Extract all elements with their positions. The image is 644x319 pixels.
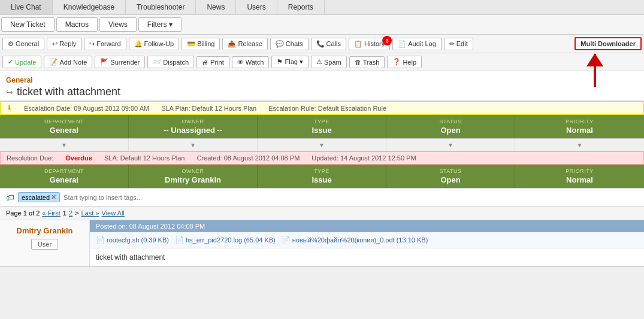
btn-billing[interactable]: 💳 Billing <box>182 38 220 50</box>
btn-calls[interactable]: 📞 Calls <box>311 38 346 50</box>
post-header: Posted on: 08 August 2012 04:08 PM <box>90 220 644 232</box>
page-viewall[interactable]: View All <box>102 209 125 217</box>
drop-dept[interactable]: ▼ <box>0 139 129 151</box>
grid2-priority: PRIORITY Normal <box>515 165 644 188</box>
page-2[interactable]: 2 <box>69 209 72 217</box>
resolution-updated: Updated: 14 August 2012 12:50 PM <box>312 154 416 162</box>
page-info: Page 1 of 2 <box>6 209 40 217</box>
btn-edit[interactable]: ✏ Edit <box>444 38 473 50</box>
btn-watch[interactable]: 👁 Watch <box>232 56 270 68</box>
tags-row: 🏷 escalated ✕ <box>0 189 644 206</box>
btn-release[interactable]: 📤 Release <box>222 38 267 50</box>
btn-chats[interactable]: 💬 Chats <box>270 38 309 50</box>
page-1[interactable]: 1 <box>63 209 66 217</box>
resolution-created: Created: 08 August 2012 04:08 PM <box>196 154 300 162</box>
escalation-date: Escalation Date: 09 August 2012 09:00 AM <box>24 105 149 112</box>
drop-status[interactable]: ▼ <box>386 139 515 151</box>
escalation-rule: Escalation Rule: Default Escalation Rule <box>268 105 386 112</box>
btn-flag[interactable]: ⚑ Flag ▾ <box>271 56 308 68</box>
btn-reply[interactable]: ↩ Reply <box>47 38 81 50</box>
followup-icon: 🔔 <box>134 40 143 48</box>
history-icon: 📋 <box>354 40 362 48</box>
btn-history[interactable]: 📋 History 3 <box>349 38 390 50</box>
dropdown-row: ▼ ▼ ▼ ▼ ▼ <box>0 139 644 151</box>
btn-filters[interactable]: Filters ▾ <box>138 17 182 32</box>
attachment-3[interactable]: 📄 новый%20файл%20(копия)_0.odt (13.10 KB… <box>282 236 428 244</box>
spam-icon: ⚠ <box>316 58 322 66</box>
grid1-owner: OWNER -- Unassigned -- <box>129 115 258 138</box>
page-last[interactable]: Last » <box>81 209 99 217</box>
post-content: Posted on: 08 August 2012 04:08 PM 📄 rou… <box>90 220 644 266</box>
page-first[interactable]: « First <box>42 209 61 217</box>
btn-trash[interactable]: 🗑 Trash <box>349 56 385 68</box>
nav-news[interactable]: News <box>196 0 236 14</box>
btn-multi-downloader[interactable]: Multi Downloader <box>575 37 642 50</box>
attachment-icon-1: 📄 <box>96 236 105 244</box>
top-nav: Live Chat Knowledgebase Troubleshooter N… <box>0 0 644 15</box>
sla-escalation-icon: ⬇ <box>7 104 12 112</box>
drop-owner[interactable]: ▼ <box>129 139 258 151</box>
btn-views[interactable]: Views <box>99 17 137 32</box>
btn-update[interactable]: ✔ Update <box>2 56 41 68</box>
grid1-type: TYPE Issue <box>258 115 386 138</box>
watch-icon: 👁 <box>237 59 244 66</box>
author-role: User <box>31 239 58 250</box>
drop-priority[interactable]: ▼ <box>515 139 644 151</box>
nav-live-chat[interactable]: Live Chat <box>0 0 53 14</box>
help-icon: ❓ <box>392 58 401 66</box>
btn-surrender[interactable]: 🚩 Surrender <box>95 56 145 68</box>
tag-label: escalated <box>22 194 50 201</box>
nav-users[interactable]: Users <box>236 0 277 14</box>
btn-followup[interactable]: 🔔 Follow-Up <box>129 38 180 50</box>
grid2-department: DEPARTMENT General <box>0 165 129 188</box>
nav-reports[interactable]: Reports <box>277 0 325 14</box>
post-date: Posted on: 08 August 2012 04:08 PM <box>96 223 205 230</box>
btn-general[interactable]: ⚙ General <box>2 38 44 50</box>
btn-print[interactable]: 🖨 Print <box>196 56 229 68</box>
reply-icon: ↩ <box>52 40 58 48</box>
btn-addnote[interactable]: 📝 Add Note <box>44 56 92 68</box>
dispatch-icon: 📨 <box>153 58 161 66</box>
grid1-department: DEPARTMENT General <box>0 115 129 138</box>
tag-remove-button[interactable]: ✕ <box>51 193 56 201</box>
grid2-status: STATUS Open <box>386 165 515 188</box>
btn-dispatch[interactable]: 📨 Dispatch <box>147 56 194 68</box>
flag-icon: ⚑ <box>277 58 283 66</box>
resolution-sla: SLA: Default 12 Hours Plan <box>104 154 185 162</box>
post-body-text: ticket with attachment <box>96 253 165 262</box>
attachment-2[interactable]: 📄 hs_err_pid2720.log (65.04 KB) <box>175 236 276 244</box>
btn-auditlog[interactable]: 📄 Audit Log <box>392 38 441 50</box>
grid1-priority: PRIORITY Normal <box>515 115 644 138</box>
grid2-owner: OWNER Dmitry Grankin <box>129 165 258 188</box>
release-icon: 📤 <box>228 40 236 48</box>
resolution-label: Resolution Due: <box>7 154 53 162</box>
btn-spam[interactable]: ⚠ Spam <box>311 56 347 68</box>
resolution-bar: Resolution Due: Overdue SLA: Default 12 … <box>0 151 644 165</box>
attachment-icon-3: 📄 <box>282 236 291 244</box>
second-nav: New Ticket Macros Views Filters ▾ <box>0 15 644 35</box>
pagination: Page 1 of 2 « First 1 2 > Last » View Al… <box>0 206 644 220</box>
btn-new-ticket[interactable]: New Ticket <box>1 17 55 32</box>
post-area: Dmitry Grankin User Posted on: 08 August… <box>0 220 644 267</box>
tag-input[interactable] <box>64 194 638 201</box>
nav-knowledgebase[interactable]: Knowledgebase <box>53 0 126 14</box>
general-icon: ⚙ <box>8 40 14 48</box>
btn-help[interactable]: ❓ Help <box>387 56 422 68</box>
nav-troubleshooter[interactable]: Troubleshooter <box>126 0 196 14</box>
toolbar-row2: ✔ Update 📝 Add Note 🚩 Surrender 📨 Dispat… <box>0 53 644 71</box>
info-grid-2: DEPARTMENT General OWNER Dmitry Grankin … <box>0 165 644 189</box>
edit-icon: ✏ <box>449 40 455 48</box>
chats-icon: 💬 <box>276 40 284 48</box>
btn-forward[interactable]: ↪ Forward <box>84 38 126 50</box>
surrender-icon: 🚩 <box>100 58 108 66</box>
general-section: General ↪ ticket with attachment <box>0 71 644 101</box>
drop-type[interactable]: ▼ <box>258 139 386 151</box>
attachment-icon-2: 📄 <box>175 236 184 244</box>
info-grid-1: DEPARTMENT General OWNER -- Unassigned -… <box>0 115 644 139</box>
tag-icon: 🏷 <box>6 193 14 202</box>
btn-macros[interactable]: Macros <box>56 17 98 32</box>
overdue-status: Overdue <box>65 154 92 162</box>
attachment-1[interactable]: 📄 routecfg.sh (0.39 KB) <box>96 236 169 244</box>
calls-icon: 📞 <box>316 40 325 48</box>
trash-icon: 🗑 <box>355 59 361 66</box>
